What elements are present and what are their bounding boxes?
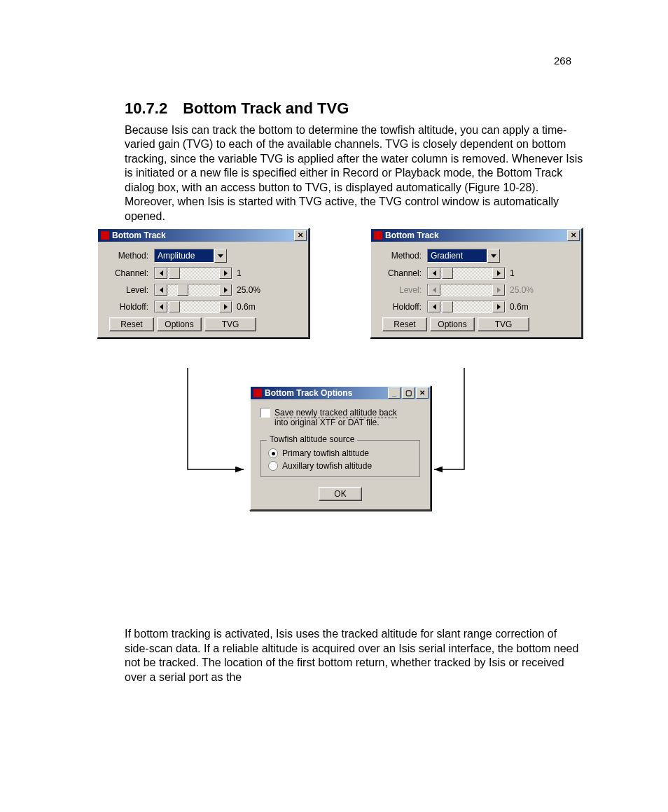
auxiliary-altitude-radio[interactable]: Auxillary towfish altitude: [268, 461, 412, 471]
holdoff-label: Holdoff:: [380, 302, 422, 312]
level-label: Level:: [106, 285, 148, 295]
close-icon[interactable]: ✕: [294, 230, 307, 241]
channel-label: Channel:: [106, 268, 148, 278]
tvg-button[interactable]: TVG: [478, 317, 529, 331]
save-altitude-label-line2: into original XTF or DAT file.: [274, 418, 380, 427]
reset-button[interactable]: Reset: [109, 317, 154, 331]
save-altitude-label-line1: Save newly tracked altitude back: [274, 408, 397, 418]
page-number: 268: [554, 55, 571, 67]
close-icon[interactable]: ✕: [416, 387, 429, 399]
arrow-right-icon[interactable]: [219, 268, 232, 279]
section-number: 10.7.2: [125, 99, 167, 117]
arrow-left-icon[interactable]: [428, 301, 440, 312]
checkbox-icon[interactable]: [260, 408, 270, 418]
level-slider[interactable]: [154, 284, 232, 296]
bottom-track-options-dialog: Bottom Track Options _ ▢ ✕ Save newly tr…: [249, 385, 431, 511]
channel-value: 1: [237, 268, 242, 278]
chevron-down-icon[interactable]: [214, 249, 227, 263]
primary-altitude-radio[interactable]: Primary towfish altitude: [268, 448, 412, 458]
paragraph-2: If bottom tracking is activated, Isis us…: [125, 627, 584, 684]
titlebar: Bottom Track ✕: [371, 229, 581, 242]
channel-label: Channel:: [380, 268, 422, 278]
arrow-left-icon: [428, 284, 440, 296]
window-title: Bottom Track Options: [265, 387, 387, 399]
level-value: 25.0%: [510, 285, 534, 295]
minimize-icon[interactable]: _: [388, 387, 401, 399]
app-icon: [253, 389, 262, 397]
app-icon: [374, 231, 382, 240]
radio-icon[interactable]: [268, 461, 278, 471]
window-title: Bottom Track: [385, 229, 566, 242]
titlebar: Bottom Track Options _ ▢ ✕: [251, 387, 430, 399]
method-label: Method:: [380, 251, 422, 261]
arrow-right-icon: [492, 284, 505, 296]
level-slider: [427, 284, 506, 296]
arrow-left-icon[interactable]: [155, 301, 167, 312]
holdoff-slider[interactable]: [154, 301, 232, 313]
section-heading: 10.7.2Bottom Track and TVG: [125, 99, 584, 118]
tvg-button[interactable]: TVG: [204, 317, 256, 331]
holdoff-value: 0.6m: [237, 302, 256, 312]
options-button[interactable]: Options: [157, 317, 202, 331]
channel-slider[interactable]: [427, 267, 506, 280]
bottom-track-dialog-right: Bottom Track ✕ Method: Gradient Channel:: [370, 228, 583, 338]
arrow-right-icon[interactable]: [219, 284, 232, 296]
paragraph-1: Because Isis can track the bottom to det…: [125, 123, 584, 223]
app-icon: [101, 231, 109, 240]
options-button[interactable]: Options: [430, 317, 475, 331]
bottom-track-dialog-left: Bottom Track ✕ Method: Amplitude Channel…: [97, 228, 309, 338]
towfish-altitude-group: Towfish altitude source Primary towfish …: [260, 440, 420, 477]
arrow-right-icon[interactable]: [492, 268, 505, 279]
close-icon[interactable]: ✕: [567, 230, 580, 241]
reset-button[interactable]: Reset: [382, 317, 427, 331]
method-label: Method:: [106, 251, 148, 261]
section-title: Bottom Track and TVG: [183, 99, 349, 117]
channel-value: 1: [510, 268, 515, 278]
arrow-left-icon[interactable]: [428, 268, 440, 279]
arrow-left-icon[interactable]: [155, 284, 167, 296]
arrow-left-icon[interactable]: [155, 268, 167, 279]
ok-button[interactable]: OK: [319, 487, 362, 501]
maximize-icon[interactable]: ▢: [402, 387, 415, 399]
figure-block: Bottom Track ✕ Method: Amplitude Channel…: [97, 228, 587, 564]
chevron-down-icon[interactable]: [487, 249, 500, 263]
arrow-right-icon[interactable]: [492, 301, 505, 312]
radio-icon[interactable]: [268, 448, 278, 458]
holdoff-label: Holdoff:: [106, 302, 148, 312]
method-value: Amplitude: [154, 249, 214, 263]
group-title: Towfish altitude source: [267, 434, 357, 444]
arrow-right-icon[interactable]: [219, 301, 232, 312]
channel-slider[interactable]: [154, 267, 232, 280]
radio-label: Primary towfish altitude: [282, 448, 369, 458]
level-value: 25.0%: [237, 285, 260, 295]
radio-label: Auxillary towfish altitude: [282, 461, 372, 471]
holdoff-value: 0.6m: [510, 302, 529, 312]
method-combo[interactable]: Amplitude: [154, 249, 227, 263]
save-altitude-checkbox-row[interactable]: Save newly tracked altitude back into or…: [260, 408, 420, 427]
holdoff-slider[interactable]: [427, 301, 506, 313]
titlebar: Bottom Track ✕: [98, 229, 308, 242]
level-label: Level:: [380, 285, 422, 295]
method-combo[interactable]: Gradient: [427, 249, 500, 263]
window-title: Bottom Track: [112, 229, 293, 242]
method-value: Gradient: [427, 249, 487, 263]
